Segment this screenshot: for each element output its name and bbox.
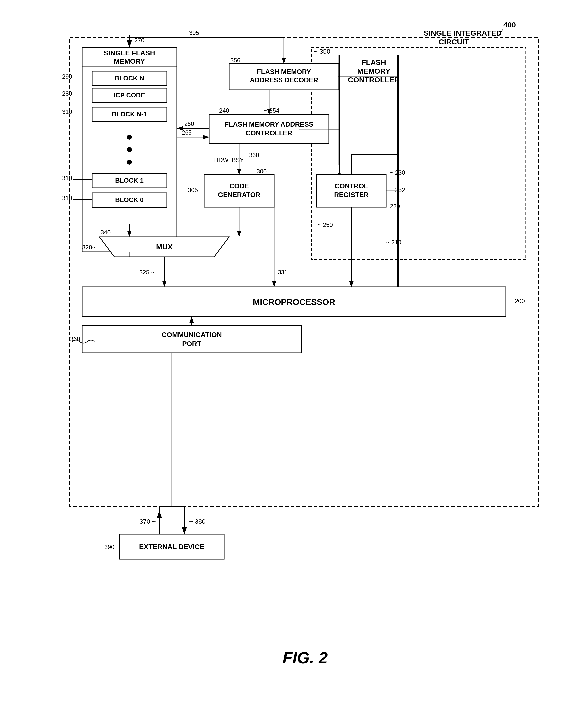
ref-395: 395	[189, 29, 199, 36]
ref-380: ~ 380	[189, 518, 206, 525]
ref-210: ~ 210	[386, 239, 401, 246]
ref-290: 290	[62, 73, 72, 80]
ref-390: 390 ~	[104, 544, 120, 550]
addr-decoder-text-1: FLASH MEMORY	[257, 68, 311, 76]
icp-code-text: ICP CODE	[114, 91, 145, 99]
block-0-text: BLOCK 0	[115, 196, 144, 204]
single-flash-title-2: MEMORY	[114, 57, 145, 65]
addr-ctrl-text-2: CONTROLLER	[246, 129, 292, 137]
single-ic-label-1: SINGLE INTEGRATED	[424, 29, 502, 37]
ref-310-0: 310	[62, 195, 72, 201]
mux-text: MUX	[156, 243, 173, 251]
ref-260: 260	[184, 120, 194, 127]
ctrl-reg-text-1: CONTROL	[335, 182, 368, 190]
page	[0, 0, 40, 728]
addr-decoder-text-2: ADDRESS DECODER	[250, 76, 318, 84]
comm-port-text-2: PORT	[182, 340, 201, 348]
ref-200: ~ 200	[510, 298, 525, 304]
ctrl-reg-text-2: REGISTER	[334, 191, 369, 199]
ref-330: 330 ~	[249, 152, 264, 158]
single-flash-title-1: SINGLE FLASH	[104, 49, 155, 57]
fmc-label-2: MEMORY	[357, 67, 390, 75]
ref-331: 331	[278, 269, 288, 276]
control-reg-box	[316, 175, 386, 207]
ref-280: 280	[62, 90, 72, 97]
diagram-wrapper: 400 SINGLE INTEGRATED CIRCUIT FLASH MEMO…	[40, 5, 563, 723]
ref-240: 240	[219, 107, 229, 114]
dot-1	[127, 135, 132, 140]
comm-port-box	[82, 325, 301, 353]
fmc-label-1: FLASH	[361, 58, 386, 66]
ref-300: 300	[257, 168, 267, 175]
dot-2	[127, 147, 132, 152]
ref-310-n1: 310	[62, 108, 72, 115]
ref-350: ~ 350	[314, 48, 330, 55]
single-ic-label-2: CIRCUIT	[439, 38, 469, 46]
diagram-svg: 400 SINGLE INTEGRATED CIRCUIT FLASH MEMO…	[50, 15, 561, 713]
microprocessor-text: MICROPROCESSOR	[253, 297, 335, 307]
ref-250: ~ 250	[318, 221, 333, 228]
ref-356: 356	[230, 57, 240, 64]
ref-265: 265	[182, 129, 192, 136]
dot-3	[127, 160, 132, 165]
block-n-text: BLOCK N	[115, 74, 144, 82]
external-device-text: EXTERNAL DEVICE	[139, 543, 204, 551]
code-gen-box	[204, 175, 274, 207]
ref-305: 305 ~	[188, 187, 203, 193]
ref-400-label: 400	[503, 21, 516, 29]
block-1-text: BLOCK 1	[115, 177, 144, 184]
ref-370: 370 ~	[139, 518, 156, 525]
code-gen-text-1: CODE	[229, 182, 249, 190]
ref-320: 320~	[82, 244, 95, 251]
code-gen-text-2: GENERATOR	[218, 191, 260, 199]
ref-310-1: 310	[62, 175, 72, 181]
ref-360: 360	[70, 336, 80, 342]
addr-ctrl-text-1: FLASH MEMORY ADDRESS	[225, 121, 313, 128]
ref-354: ~ 354	[264, 107, 279, 114]
ref-340: 340	[101, 229, 111, 236]
ref-325: 325 ~	[139, 269, 155, 276]
fig-2-label: FIG. 2	[283, 649, 328, 667]
comm-port-text-1: COMMUNICATION	[162, 331, 222, 339]
block-n1-text: BLOCK N-1	[112, 110, 147, 118]
ref-270: 270	[134, 37, 144, 44]
